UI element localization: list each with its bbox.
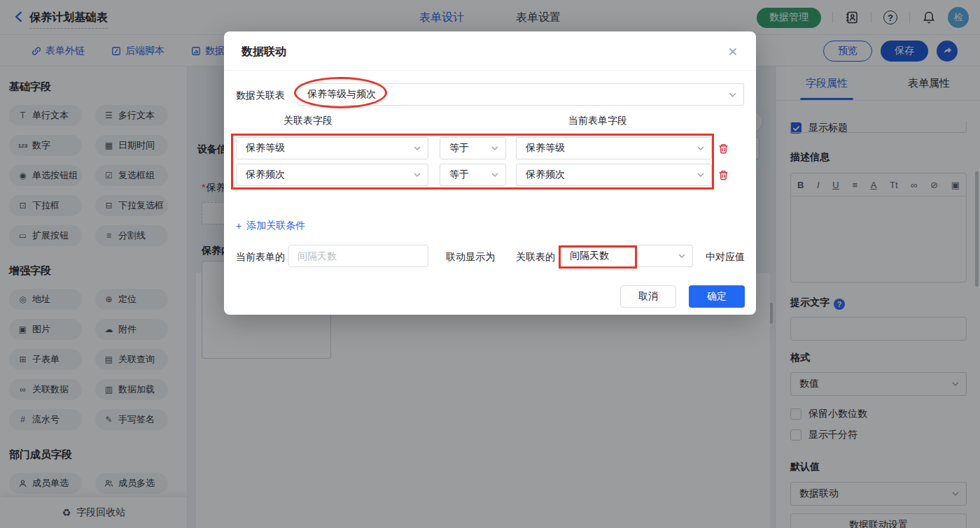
- condition2-operator-select[interactable]: 等于: [440, 164, 506, 186]
- delete-condition2-icon[interactable]: [718, 169, 729, 181]
- close-icon[interactable]: ✕: [728, 45, 738, 59]
- chevron-down-icon: [697, 173, 704, 177]
- dialog-title: 数据联动: [241, 45, 286, 59]
- chevron-down-icon: [697, 146, 704, 150]
- cancel-button[interactable]: 取消: [620, 285, 676, 308]
- condition1-left-select[interactable]: 保养等级: [236, 137, 428, 159]
- confirm-button[interactable]: 确定: [689, 285, 745, 308]
- current-form-label: 当前表单的: [236, 251, 285, 264]
- chevron-down-icon: [414, 173, 421, 177]
- link-table-label: 数据关联表: [236, 90, 285, 102]
- delete-condition1-icon[interactable]: [718, 143, 729, 155]
- corresponding-value-label: 中对应值: [706, 251, 745, 264]
- condition2-right-select[interactable]: 保养频次: [516, 164, 712, 186]
- target-field-input[interactable]: [288, 245, 428, 267]
- column-header-related-fields: 关联表字段: [284, 115, 332, 127]
- chevron-down-icon: [491, 146, 498, 150]
- chevron-down-icon: [729, 92, 736, 97]
- dialog-divider: [224, 70, 756, 71]
- display-as-label: 联动显示为: [446, 251, 495, 264]
- related-table-label: 关联表的: [516, 251, 555, 264]
- link-table-select[interactable]: 保养等级与频次: [298, 83, 744, 106]
- data-linkage-dialog: 数据联动 ✕ 数据关联表 保养等级与频次 关联表字段 当前表单字段 保养等级 等…: [224, 31, 756, 315]
- chevron-down-icon: [491, 173, 498, 177]
- plus-icon: +: [236, 220, 241, 231]
- column-header-current-fields: 当前表单字段: [568, 115, 627, 127]
- chevron-down-icon: [678, 254, 685, 258]
- add-condition-link[interactable]: + 添加关联条件: [236, 220, 305, 232]
- condition1-operator-select[interactable]: 等于: [440, 137, 506, 159]
- condition2-left-select[interactable]: 保养频次: [236, 164, 428, 186]
- related-field-select[interactable]: 间隔天数: [560, 245, 693, 267]
- chevron-down-icon: [414, 146, 421, 150]
- condition1-right-select[interactable]: 保养等级: [516, 137, 712, 159]
